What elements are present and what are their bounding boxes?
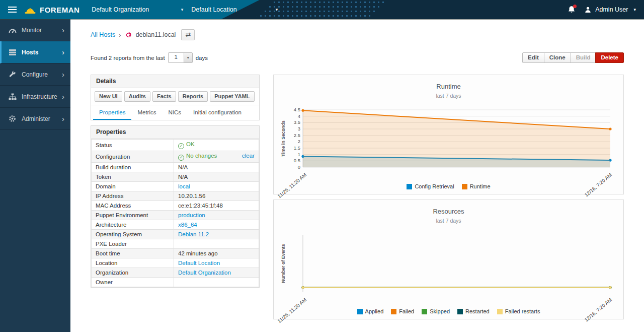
sidebar: Monitor›Hosts›Configure›Infrastructure›A… bbox=[0, 19, 70, 332]
property-label: Location bbox=[92, 258, 174, 268]
chevron-down-icon: ▾ bbox=[633, 7, 636, 12]
sidebar-item-configure[interactable]: Configure› bbox=[0, 63, 70, 86]
clone-button[interactable]: Clone bbox=[544, 52, 571, 63]
brand[interactable]: FOREMAN bbox=[24, 5, 79, 15]
puppet-yaml-button[interactable]: Puppet YAML bbox=[210, 91, 254, 102]
legend-swatch bbox=[391, 309, 396, 314]
svg-text:3.5: 3.5 bbox=[294, 119, 300, 125]
org-dropdown-label: Default Organization bbox=[92, 6, 149, 13]
table-row: Puppet Environmentproduction bbox=[92, 211, 259, 220]
legend-item[interactable]: Skipped bbox=[422, 308, 450, 314]
switch-host-icon: ⇄ bbox=[185, 31, 191, 38]
property-link[interactable]: Default Organization bbox=[178, 270, 231, 276]
tab-metrics[interactable]: Metrics bbox=[131, 105, 162, 120]
org-dropdown[interactable]: Default Organization ▾ bbox=[92, 6, 183, 13]
report-filter: Found 2 reports from the last 1 ▾ days bbox=[91, 52, 208, 63]
chart-canvas: 00.511.522.533.544.5Time in Seconds11/25… bbox=[280, 101, 617, 185]
tab-properties[interactable]: Properties bbox=[93, 105, 131, 120]
chevron-right-icon: › bbox=[62, 71, 64, 78]
legend-item[interactable]: Failed bbox=[391, 308, 414, 314]
server-icon bbox=[9, 49, 17, 56]
location-dropdown[interactable]: Default Location ▾ bbox=[191, 6, 278, 13]
details-action-buttons: New UIAuditsFactsReportsPuppet YAML bbox=[91, 88, 259, 105]
days-select-value: 1 bbox=[169, 53, 184, 62]
legend-item[interactable]: Restarted bbox=[457, 308, 490, 314]
user-menu[interactable]: Admin User ▾ bbox=[584, 6, 636, 14]
breadcrumb-current-host: debian11.local bbox=[136, 31, 176, 38]
legend-item[interactable]: Applied bbox=[357, 308, 384, 314]
sidebar-item-label: Hosts bbox=[22, 49, 38, 56]
sidebar-item-infrastructure[interactable]: Infrastructure› bbox=[0, 86, 70, 108]
table-row: IP Address10.20.1.56 bbox=[92, 191, 259, 201]
table-row: OrganizationDefault Organization bbox=[92, 268, 259, 278]
chart-legend: Config RetrievalRuntime bbox=[274, 183, 623, 189]
table-row: Configuration✓No changesclear bbox=[92, 151, 259, 163]
legend-swatch bbox=[422, 309, 427, 314]
legend-swatch bbox=[407, 184, 412, 189]
legend-item[interactable]: Config Retrieval bbox=[407, 183, 454, 189]
svg-text:2.5: 2.5 bbox=[294, 132, 300, 138]
legend-swatch bbox=[457, 309, 463, 314]
property-label: Puppet Environment bbox=[92, 211, 174, 220]
report-days-text: days bbox=[196, 55, 208, 61]
chevron-down-icon: ▾ bbox=[181, 7, 184, 12]
chevron-right-icon: › bbox=[62, 48, 64, 56]
svg-text:0.5: 0.5 bbox=[294, 158, 300, 163]
facts-button[interactable]: Facts bbox=[152, 91, 176, 102]
details-tabs: PropertiesMetricsNICsInitial configurati… bbox=[91, 105, 259, 120]
table-row: TokenN/A bbox=[92, 172, 259, 182]
legend-item[interactable]: Runtime bbox=[462, 183, 491, 189]
chart-subtitle: last 7 days bbox=[280, 218, 617, 224]
menu-toggle-icon[interactable] bbox=[7, 3, 18, 16]
property-link[interactable]: local bbox=[178, 183, 190, 189]
sidebar-item-label: Configure bbox=[22, 71, 48, 78]
chevron-down-icon: ▾ bbox=[184, 53, 192, 62]
clear-link[interactable]: clear bbox=[242, 153, 255, 159]
sidebar-item-label: Administer bbox=[22, 115, 50, 122]
runtime-chart-panel: Runtimelast 7 days00.511.522.533.544.5Ti… bbox=[273, 75, 624, 194]
sidebar-item-label: Monitor bbox=[22, 27, 42, 34]
svg-text:Time in Seconds: Time in Seconds bbox=[281, 120, 286, 156]
notifications-bell-icon[interactable] bbox=[568, 6, 576, 14]
details-panel-title: Details bbox=[91, 75, 259, 88]
edit-button[interactable]: Edit bbox=[522, 52, 544, 63]
days-select[interactable]: 1 ▾ bbox=[168, 52, 193, 63]
property-label: Owner bbox=[92, 278, 174, 287]
svg-text:2: 2 bbox=[298, 139, 300, 144]
host-action-buttons: EditCloneBuildDelete bbox=[522, 52, 624, 63]
top-navbar: FOREMAN Default Organization ▾ Default L… bbox=[0, 0, 644, 19]
brand-name: FOREMAN bbox=[40, 6, 79, 14]
new-ui-button[interactable]: New UI bbox=[95, 91, 122, 102]
property-label: Status bbox=[92, 140, 174, 151]
legend-item[interactable]: Failed restarts bbox=[497, 308, 540, 314]
property-link[interactable]: x86_64 bbox=[178, 222, 197, 228]
breadcrumb-all-hosts-link[interactable]: All Hosts bbox=[91, 31, 115, 38]
host-switcher-button[interactable]: ⇄ bbox=[181, 29, 195, 40]
chart-canvas: Number of Events11/25, 11:20 AM12/16, 7:… bbox=[280, 226, 617, 310]
sidebar-item-hosts[interactable]: Hosts› bbox=[0, 41, 70, 63]
property-link[interactable]: production bbox=[178, 212, 205, 218]
audits-button[interactable]: Audits bbox=[124, 91, 150, 102]
check-circle-icon: ✓ bbox=[178, 143, 184, 149]
toolbar: Found 2 reports from the last 1 ▾ days E… bbox=[91, 52, 624, 63]
sidebar-item-administer[interactable]: Administer› bbox=[0, 108, 70, 130]
foreman-hardhat-logo-icon bbox=[24, 5, 36, 15]
resources-chart-panel: Resourceslast 7 daysNumber of Events11/2… bbox=[273, 200, 624, 319]
chevron-right-icon: › bbox=[62, 93, 64, 100]
svg-text:4: 4 bbox=[298, 113, 300, 119]
user-avatar-icon bbox=[584, 6, 592, 14]
build-button[interactable]: Build bbox=[571, 52, 596, 63]
property-value: 10.20.1.56 bbox=[178, 193, 205, 199]
properties-panel-title: Properties bbox=[91, 126, 259, 139]
chart-legend: AppliedFailedSkippedRestartedFailed rest… bbox=[274, 308, 623, 314]
details-column: Details New UIAuditsFactsReportsPuppet Y… bbox=[91, 75, 260, 288]
reports-button[interactable]: Reports bbox=[178, 91, 208, 102]
tab-nics[interactable]: NICs bbox=[162, 105, 187, 120]
delete-button[interactable]: Delete bbox=[595, 52, 624, 63]
svg-text:4.5: 4.5 bbox=[294, 107, 300, 112]
sidebar-item-monitor[interactable]: Monitor› bbox=[0, 19, 70, 41]
property-link[interactable]: Default Location bbox=[178, 260, 220, 266]
property-link[interactable]: Debian 11.2 bbox=[178, 231, 209, 237]
property-label: Organization bbox=[92, 268, 174, 278]
tab-initial-configuration[interactable]: Initial configuration bbox=[187, 105, 248, 120]
